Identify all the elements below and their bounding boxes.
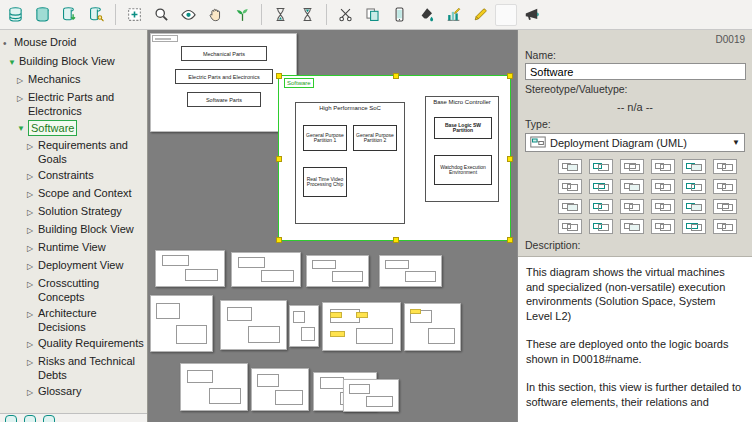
- database-export-icon[interactable]: [57, 3, 82, 27]
- diagram-thumbnail[interactable]: [231, 252, 301, 287]
- collapse-arrow-icon[interactable]: [27, 240, 38, 256]
- diagram-type-option[interactable]: [713, 179, 737, 194]
- node-watchdog-execution-environment[interactable]: Watchdog Execution Environment: [434, 155, 492, 185]
- selection-handle[interactable]: [507, 156, 513, 162]
- collapse-arrow-icon[interactable]: [27, 186, 38, 202]
- overview-diagram-page[interactable]: Mechanical Parts Electric Parts and Elec…: [150, 33, 297, 132]
- diagram-type-option[interactable]: [682, 159, 706, 174]
- collapse-arrow-icon[interactable]: [27, 276, 38, 292]
- node-software-parts[interactable]: Software Parts: [187, 92, 261, 107]
- empty-toolbar-slot[interactable]: [495, 4, 517, 26]
- diagram-thumbnail[interactable]: [379, 255, 442, 287]
- diagram-thumbnail[interactable]: [150, 295, 213, 352]
- diagram-type-option[interactable]: [682, 179, 706, 194]
- diagram-type-option[interactable]: [713, 199, 737, 214]
- tree-item-mouse-droid[interactable]: Mouse Droid: [0, 34, 147, 53]
- pan-hand-icon[interactable]: [203, 3, 228, 27]
- diagram-type-option[interactable]: [713, 219, 737, 234]
- database-icon[interactable]: [5, 415, 17, 422]
- selection-handle[interactable]: [276, 73, 282, 79]
- chevron-down-icon[interactable]: ▼: [732, 138, 740, 147]
- database-table-icon[interactable]: [3, 3, 28, 27]
- tree-item-mechanics[interactable]: Mechanics: [0, 71, 147, 89]
- node-base-logic-sw-partition[interactable]: Base Logic SW Partition: [434, 117, 492, 139]
- diagram-type-option[interactable]: [558, 159, 582, 174]
- pencil-icon[interactable]: [468, 3, 493, 27]
- megaphone-icon[interactable]: [519, 3, 544, 27]
- diagram-thumbnail[interactable]: [155, 250, 225, 287]
- diagram-type-option[interactable]: [589, 219, 613, 234]
- diagram-thumbnail[interactable]: [306, 255, 369, 287]
- diagram-thumbnail[interactable]: [180, 363, 248, 411]
- collapse-arrow-icon[interactable]: [17, 90, 28, 106]
- selection-handle[interactable]: [393, 237, 399, 243]
- node-base-micro-controller[interactable]: Base Micro Controller Base Logic SW Part…: [425, 96, 499, 202]
- diagram-type-option[interactable]: [682, 219, 706, 234]
- diagram-thumbnail[interactable]: [404, 303, 461, 351]
- collapse-arrow-icon[interactable]: [27, 138, 38, 154]
- tree-item-solution-strategy[interactable]: Solution Strategy: [0, 203, 147, 221]
- expand-arrow-icon[interactable]: [17, 120, 28, 136]
- selection-handle[interactable]: [507, 237, 513, 243]
- node-high-performance-soc[interactable]: High Performance SoC General Purpose Par…: [295, 102, 405, 224]
- diagram-thumbnail[interactable]: [251, 368, 309, 411]
- diagram-type-option[interactable]: [558, 219, 582, 234]
- new-diagram-icon[interactable]: [122, 3, 147, 27]
- fill-tool-icon[interactable]: [414, 3, 439, 27]
- diagram-type-option[interactable]: [620, 219, 644, 234]
- diagram-type-option[interactable]: [713, 159, 737, 174]
- tree-item-software[interactable]: Software: [0, 119, 147, 137]
- collapse-arrow-icon[interactable]: [17, 72, 28, 88]
- diagram-type-option[interactable]: [651, 179, 675, 194]
- node-real-time-video-processing-chip[interactable]: Real Time Video Processing Chip: [303, 167, 347, 197]
- tree-item-building-block-view[interactable]: Building Block View: [0, 53, 147, 71]
- hourglass-icon[interactable]: [268, 3, 293, 27]
- collapse-arrow-icon[interactable]: [27, 336, 38, 352]
- database-icon[interactable]: [24, 415, 36, 422]
- diagram-type-option[interactable]: [682, 199, 706, 214]
- chart-edit-icon[interactable]: [441, 3, 466, 27]
- node-general-purpose-partition-2[interactable]: General Purpose Partition 2: [353, 125, 397, 151]
- plant-icon[interactable]: [230, 3, 255, 27]
- diagram-thumbnail[interactable]: [343, 379, 399, 412]
- node-general-purpose-partition-1[interactable]: General Purpose Partition 1: [303, 125, 347, 151]
- node-electric-parts-electronics[interactable]: Electric Parts and Electronics: [175, 69, 273, 84]
- diagram-type-option[interactable]: [589, 179, 613, 194]
- diagram-type-option[interactable]: [651, 199, 675, 214]
- tree-item-scope-context[interactable]: Scope and Context: [0, 185, 147, 203]
- expand-arrow-icon[interactable]: [8, 54, 19, 70]
- diagram-type-option[interactable]: [651, 159, 675, 174]
- diagram-type-option[interactable]: [589, 159, 613, 174]
- tree-item-constraints[interactable]: Constraints: [0, 167, 147, 185]
- diagram-type-option[interactable]: [620, 159, 644, 174]
- name-input[interactable]: [525, 63, 746, 80]
- collapse-arrow-icon[interactable]: [27, 168, 38, 184]
- tree-item-runtime-view[interactable]: Runtime View: [0, 239, 147, 257]
- diagram-thumbnail[interactable]: [322, 302, 401, 351]
- tree-item-requirements-goals[interactable]: Requirements and Goals: [0, 137, 147, 167]
- diagram-canvas[interactable]: Mechanical Parts Electric Parts and Elec…: [148, 30, 517, 422]
- type-dropdown[interactable]: Deployment Diagram (UML) ▼: [525, 133, 745, 152]
- collapse-arrow-icon[interactable]: [27, 204, 38, 220]
- collapse-arrow-icon[interactable]: [27, 306, 38, 322]
- selection-handle[interactable]: [507, 73, 513, 79]
- description-editor[interactable]: This diagram shows the virtual machines …: [518, 256, 752, 422]
- selection-handle[interactable]: [393, 73, 399, 79]
- diagram-thumbnail[interactable]: [289, 305, 319, 347]
- selected-diagram-software[interactable]: Software High Performance SoC General Pu…: [278, 75, 511, 241]
- tree-item-electric-parts[interactable]: Electric Parts and Electronics: [0, 89, 147, 119]
- collapse-arrow-icon[interactable]: [27, 354, 38, 370]
- diagram-type-option[interactable]: [589, 199, 613, 214]
- diagram-type-option[interactable]: [620, 199, 644, 214]
- diagram-type-option[interactable]: [651, 219, 675, 234]
- database-admin-icon[interactable]: [84, 3, 109, 27]
- stereotype-select[interactable]: -- n/a --: [518, 97, 752, 115]
- tree-item-architecture-decisions[interactable]: Architecture Decisions: [0, 305, 147, 335]
- diagram-type-option[interactable]: [558, 199, 582, 214]
- tree-item-building-block-view-sub[interactable]: Building Block View: [0, 221, 147, 239]
- cut-scissors-icon[interactable]: [333, 3, 358, 27]
- diagram-thumbnail[interactable]: [220, 300, 287, 350]
- tree-item-quality-requirements[interactable]: Quality Requirements: [0, 335, 147, 353]
- node-mechanical-parts[interactable]: Mechanical Parts: [181, 46, 267, 61]
- selection-handle[interactable]: [276, 156, 282, 162]
